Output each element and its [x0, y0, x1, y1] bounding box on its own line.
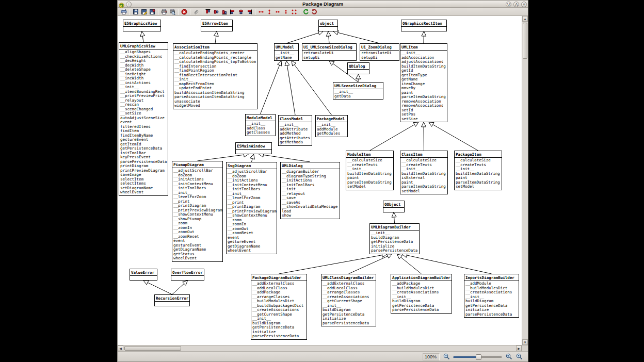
class-box-PackageModel[interactable]: PackageModel__init__addModulegetModules — [315, 115, 348, 137]
class-box-ImportsDiagramBuilder[interactable]: ImportsDiagramBuilder__addModule__buildM… — [464, 274, 519, 318]
class-box-UMLItem[interactable]: UMLItem__init__addAssociationadjustAssoc… — [400, 43, 447, 122]
zoom-reset-icon[interactable] — [516, 353, 523, 360]
align-hcenter-icon[interactable] — [237, 8, 245, 15]
class-box-RecursionError[interactable]: RecursionError — [154, 294, 190, 306]
class-box-PackageItem[interactable]: PackageItem__calculateSize__createTexts_… — [454, 151, 502, 190]
printer-icon[interactable] — [120, 8, 127, 15]
vertical-scrollbar[interactable]: ▲ ▼ — [522, 16, 528, 345]
class-member: __zoomReset — [227, 231, 277, 236]
window-titlebar[interactable]: ⋮ Package Diagram ⋁ ⋀ ✕ — [118, 1, 528, 8]
class-member: __incHeight — [119, 72, 168, 77]
print-preview-icon[interactable] — [169, 8, 176, 15]
class-box-ValueError[interactable]: ValueError — [130, 269, 157, 281]
class-members: __addPackage__buildModulesDict__createAs… — [391, 281, 452, 313]
align-right-icon[interactable] — [246, 8, 253, 15]
class-box-object[interactable]: object — [318, 20, 338, 31]
class-box-ModuleModel[interactable]: ModuleModel__init__addClassgetClasses — [245, 114, 276, 136]
class-member: __createTexts — [400, 163, 447, 168]
class-box-SvgDiagram[interactable]: SvgDiagram__adjustScrollBar__doZoom__ini… — [226, 162, 277, 254]
horizontal-scroll-track[interactable] — [123, 345, 516, 351]
vertical-scroll-thumb[interactable] — [523, 23, 527, 59]
class-box-UMLModel[interactable]: UMLModel__init__getName — [274, 43, 299, 61]
align-vcenter-icon[interactable] — [213, 8, 220, 15]
scroll-down-arrow-icon[interactable]: ▼ — [522, 339, 528, 345]
save-image-icon[interactable] — [149, 8, 156, 15]
align-left-icon[interactable] — [229, 8, 236, 15]
class-box-ApplicationDiagramBuilder[interactable]: ApplicationDiagramBuilder__addPackage__b… — [391, 274, 452, 314]
class-member: getPersistenceData — [119, 146, 168, 151]
class-member: __alignShapes — [119, 50, 168, 55]
align-bottom-icon[interactable] — [221, 8, 228, 15]
set-size-icon[interactable] — [291, 8, 298, 15]
desktop-background: ⋮ Package Diagram ⋁ ⋀ ✕ E5GraphicsViewUM… — [0, 0, 644, 362]
class-member: __addExternalClass — [321, 282, 376, 286]
paperclip-icon[interactable] — [192, 8, 200, 15]
class-member: __init__ — [172, 191, 222, 195]
increase-height-icon[interactable] — [266, 8, 273, 15]
class-member: __initActions — [119, 81, 168, 86]
class-member: __addPackage — [251, 290, 307, 295]
scroll-left-arrow-icon[interactable]: ◀ — [118, 345, 123, 351]
class-box-ModuleItem[interactable]: ModuleItem__calculateSize__createTexts__… — [346, 151, 394, 190]
class-member: retranslateUi — [302, 51, 356, 56]
class-box-UMLClassDiagramBuilder[interactable]: UMLClassDiagramBuilder__addExternalClass… — [321, 274, 376, 326]
class-box-QObject[interactable]: QObject — [383, 201, 405, 212]
align-top-icon[interactable] — [204, 8, 212, 15]
class-box-Ui_ZoomDialog[interactable]: Ui_ZoomDialogretranslateUisetupUi — [360, 43, 399, 61]
class-box-UMLSceneSizeDialog[interactable]: UMLSceneSizeDialog__init__getData — [333, 82, 383, 100]
rescan-icon[interactable] — [311, 8, 318, 15]
class-members: retranslateUisetupUi — [302, 51, 356, 60]
main-toolbar — [118, 8, 528, 16]
class-member: __init__ — [251, 317, 307, 321]
delete-icon[interactable] — [181, 8, 188, 15]
zoom-slider-handle[interactable] — [476, 354, 481, 360]
decrease-height-icon[interactable] — [282, 8, 289, 15]
class-member: __getCurrentShape — [251, 312, 307, 317]
class-member: buildDiagram — [464, 299, 519, 304]
class-members — [171, 276, 204, 280]
scroll-right-arrow-icon[interactable]: ▶ — [516, 345, 522, 351]
class-box-UMLGraphicsView[interactable]: UMLGraphicsView__alignShapes__checkSizeA… — [119, 42, 168, 196]
class-box-E5ArrowItem[interactable]: E5ArrowItem — [201, 20, 233, 31]
diagram-canvas[interactable]: E5GraphicsViewUMLGraphicsView__alignShap… — [118, 16, 522, 345]
save-as-icon[interactable] — [140, 8, 148, 15]
window-menu-button[interactable]: ⋮ — [126, 2, 132, 7]
class-member: __zoomOut — [227, 227, 277, 232]
class-box-QGraphicsRectItem[interactable]: QGraphicsRectItem — [401, 20, 447, 31]
save-icon[interactable] — [132, 8, 139, 15]
class-member: __calculateEndingPoints_topToBottom — [173, 60, 257, 64]
zoom-in-icon[interactable] — [505, 353, 512, 360]
class-box-PixmapDiagram[interactable]: PixmapDiagram__adjustScrollBar__doZoom__… — [172, 161, 223, 262]
class-member: buildDiagram — [391, 299, 452, 304]
class-box-Ui_UMLSceneSizeDialog[interactable]: Ui_UMLSceneSizeDialogretranslateUisetupU… — [302, 43, 357, 61]
relayout-icon[interactable] — [302, 8, 310, 15]
class-box-E5MainWindow[interactable]: E5MainWindow — [235, 142, 272, 154]
class-box-PackageDiagramBuilder[interactable]: PackageDiagramBuilder__addExternalClass_… — [251, 274, 307, 340]
increase-width-icon[interactable] — [257, 8, 265, 15]
horizontal-scroll-thumb[interactable] — [124, 346, 181, 351]
class-member: __levelForZoom — [172, 195, 222, 200]
window-maximize-button[interactable]: ⋀ — [513, 2, 519, 7]
print-diagram-icon[interactable] — [160, 8, 168, 15]
class-member: parsePersistenceData — [119, 160, 168, 164]
class-box-ClassModel[interactable]: ClassModel__init__addAttributeaddMethodg… — [278, 115, 312, 146]
class-box-ClassItem[interactable]: ClassItem__calculateSize__createTexts__i… — [400, 151, 448, 194]
vertical-scroll-track[interactable] — [522, 22, 528, 339]
zoom-out-icon[interactable] — [443, 353, 450, 360]
class-box-AssociationItem[interactable]: AssociationItem__calculateEndingPoints_c… — [173, 43, 257, 109]
window-shade-button[interactable]: ⋁ — [506, 2, 511, 7]
class-box-E5GraphicsView[interactable]: E5GraphicsView — [123, 20, 161, 31]
horizontal-scrollbar[interactable]: ◀ ▶ — [118, 345, 528, 351]
class-member: addAssociation — [400, 56, 447, 60]
class-name: ApplicationDiagramBuilder — [391, 274, 452, 281]
class-box-OverflowError[interactable]: OverflowError — [171, 269, 204, 281]
scroll-up-arrow-icon[interactable]: ▲ — [522, 16, 528, 22]
class-box-UMLDiagramBuilder[interactable]: UMLDiagramBuilder__init__buildDiagramget… — [369, 223, 420, 254]
class-member: paint — [346, 176, 393, 180]
window-close-button[interactable]: ✕ — [521, 2, 527, 7]
decrease-width-icon[interactable] — [274, 8, 281, 15]
inheritance-arrow — [387, 254, 392, 258]
zoom-slider[interactable] — [453, 353, 502, 360]
class-box-QDialog[interactable]: QDialog — [347, 62, 369, 74]
class-box-UMLDialog[interactable]: UMLDialog__diagramBuilder__diagramTypeSt… — [280, 162, 340, 219]
